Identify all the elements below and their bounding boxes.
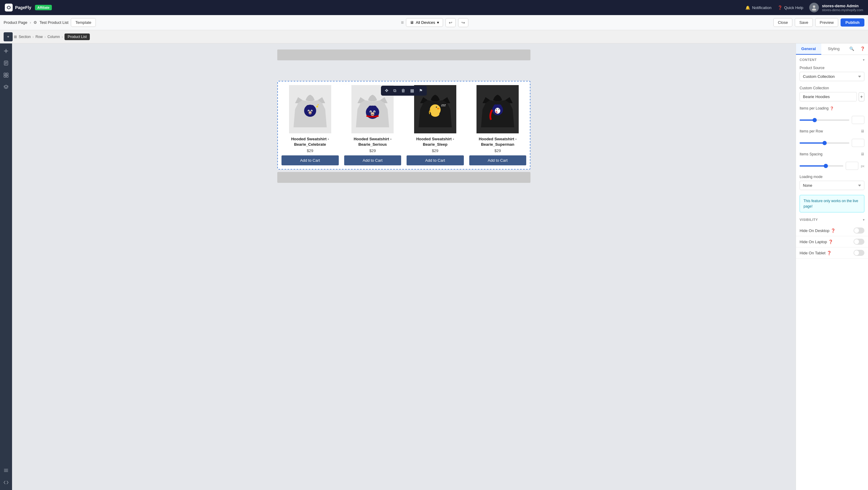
hide-laptop-help-icon[interactable]: ❓ — [828, 239, 833, 244]
svg-rect-3 — [4, 73, 6, 75]
add-element-button[interactable]: + — [4, 32, 13, 41]
custom-collection-label: Custom Collection — [800, 86, 864, 90]
help-icon: ❓ — [778, 5, 782, 10]
bc-column[interactable]: Column — [47, 35, 60, 39]
hide-desktop-toggle[interactable] — [854, 228, 864, 234]
notification-button[interactable]: 🔔 Notification — [745, 5, 771, 10]
items-per-loading-label: Items per Loading ❓ — [800, 106, 864, 110]
items-loading-help-icon[interactable]: ❓ — [830, 107, 834, 110]
flag-btn[interactable]: ⚑ — [417, 87, 424, 94]
sidebar-layers-icon[interactable] — [2, 83, 10, 91]
product-source-select[interactable]: Custom Collection — [800, 72, 864, 81]
element-toolbar: ✥ ⧉ 🗑 ▦ ⚑ — [381, 86, 427, 96]
svg-text:✦: ✦ — [317, 104, 319, 106]
info-box: This feature only works on the live page… — [800, 195, 864, 212]
content-chevron-icon[interactable]: ▾ — [863, 58, 865, 62]
svg-point-1 — [812, 8, 816, 10]
product-card-0: ★ ✦ Hooded Sweatshirt - Bearie_Celebrate… — [281, 85, 339, 165]
visibility-section-header: VISIBILITY ▾ — [796, 215, 868, 223]
loading-mode-label: Loading mode — [800, 175, 864, 179]
svg-rect-6 — [6, 76, 8, 77]
add-to-cart-button-0[interactable]: Add to Cart — [281, 155, 339, 165]
sidebar-elements-icon[interactable] — [2, 71, 10, 79]
items-row-slider-thumb[interactable] — [823, 141, 827, 145]
logo-icon — [5, 4, 13, 11]
hide-tablet-toggle[interactable] — [854, 250, 864, 256]
redo-button[interactable]: ↪ — [458, 18, 468, 27]
items-spacing-slider-fill — [800, 165, 826, 167]
help-panel-btn[interactable]: ❓ — [857, 44, 868, 55]
preview-button[interactable]: Preview — [815, 18, 838, 27]
hide-tablet-help-icon[interactable]: ❓ — [827, 251, 832, 255]
add-to-cart-button-1[interactable]: Add to Cart — [344, 155, 401, 165]
items-loading-slider-row: 4 — [796, 115, 868, 126]
top-nav-left: PageFly Affiliate — [5, 4, 52, 11]
breadcrumb-path: ⊞ Section › Row › Column › Product List — [14, 33, 90, 40]
sidebar-pages-icon[interactable] — [2, 59, 10, 67]
bc-product-list[interactable]: Product List — [64, 33, 90, 40]
canvas-area: ✥ ⧉ 🗑 ▦ ⚑ ★ ✦ Hooded Sweatshirt - B — [12, 44, 796, 490]
product-title-0: Hooded Sweatshirt - Bearie_Celebrate — [281, 136, 339, 147]
items-per-row-field: Items per Row 🖥 — [796, 126, 868, 138]
quick-help-button[interactable]: ❓ Quick Help — [778, 5, 804, 10]
collection-input-wrap: + — [800, 92, 864, 102]
spacing-unit: px — [861, 164, 864, 168]
add-to-cart-button-3[interactable]: Add to Cart — [469, 155, 527, 165]
top-navigation: PageFly Affiliate 🔔 Notification ❓ Quick… — [0, 0, 868, 15]
sidebar-list-icon[interactable] — [2, 466, 10, 474]
delete-btn[interactable]: 🗑 — [400, 87, 407, 94]
svg-point-26 — [374, 111, 375, 113]
undo-button[interactable]: ↩ — [445, 18, 456, 27]
placeholder-block-2 — [316, 50, 340, 60]
loading-mode-select[interactable]: None — [800, 181, 864, 190]
move-handle[interactable]: ✥ — [383, 87, 390, 94]
grid-btn[interactable]: ▦ — [409, 87, 415, 94]
copy-btn[interactable]: ⧉ — [392, 87, 398, 94]
hide-laptop-row: Hide On Laptop ❓ — [796, 236, 868, 248]
search-panel-btn[interactable]: 🔍 — [846, 44, 857, 55]
align-icon[interactable]: ≡ — [401, 20, 404, 25]
svg-point-10 — [310, 105, 314, 109]
sidebar-code-icon[interactable] — [2, 479, 10, 486]
bc-row[interactable]: Row — [36, 35, 43, 39]
items-row-slider-row: 4 — [796, 138, 868, 149]
svg-point-29 — [431, 111, 439, 117]
pagefly-logo: PageFly — [5, 4, 31, 11]
add-collection-button[interactable]: + — [859, 92, 864, 102]
svg-text:zzz: zzz — [441, 104, 446, 107]
tab-styling[interactable]: Styling — [821, 44, 846, 55]
items-spacing-slider-thumb[interactable] — [824, 164, 828, 168]
items-per-row-value[interactable]: 4 — [852, 139, 864, 147]
hide-laptop-toggle[interactable] — [854, 239, 864, 245]
items-spacing-value[interactable]: 30 — [846, 162, 858, 170]
items-spacing-label: Items Spacing 🖥 — [800, 152, 864, 156]
bc-section[interactable]: Section — [19, 35, 31, 39]
content-section-header: CONTENT ▾ — [796, 55, 868, 63]
items-spacing-field: Items Spacing 🖥 — [796, 149, 868, 161]
template-button[interactable]: Template — [71, 18, 96, 27]
gear-icon: ⚙ — [33, 20, 37, 25]
add-to-cart-button-2[interactable]: Add to Cart — [407, 155, 464, 165]
svg-point-30 — [432, 105, 438, 111]
breadcrumb-product-page[interactable]: Product Page — [4, 20, 27, 25]
product-grid: ★ ✦ Hooded Sweatshirt - Bearie_Celebrate… — [281, 85, 526, 165]
close-button[interactable]: Close — [773, 18, 792, 27]
hide-desktop-help-icon[interactable]: ❓ — [831, 228, 835, 233]
section-icon: ⊞ — [14, 35, 17, 39]
custom-collection-input[interactable] — [800, 92, 857, 102]
publish-button[interactable]: Publish — [841, 19, 864, 27]
right-panel: General Styling 🔍 ❓ CONTENT ▾ Product So… — [796, 44, 868, 490]
save-button[interactable]: Save — [795, 18, 813, 27]
bell-icon: 🔔 — [745, 5, 750, 10]
items-loading-slider-thumb[interactable] — [812, 118, 817, 122]
product-title-2: Hooded Sweatshirt - Bearie_Sleep — [407, 136, 464, 147]
svg-point-8 — [304, 105, 316, 117]
items-per-loading-value[interactable]: 4 — [852, 116, 864, 124]
bc-sep-3: › — [62, 35, 63, 39]
breadcrumb-bar: + ⊞ Section › Row › Column › Product Lis… — [0, 30, 868, 44]
visibility-chevron-icon[interactable]: ▾ — [863, 218, 865, 222]
tab-general[interactable]: General — [796, 44, 821, 55]
device-selector[interactable]: 🖥 All Devices ▾ — [406, 18, 443, 27]
sidebar-add-icon[interactable] — [2, 47, 10, 55]
breadcrumb-template-name[interactable]: Test Product List — [39, 20, 68, 25]
